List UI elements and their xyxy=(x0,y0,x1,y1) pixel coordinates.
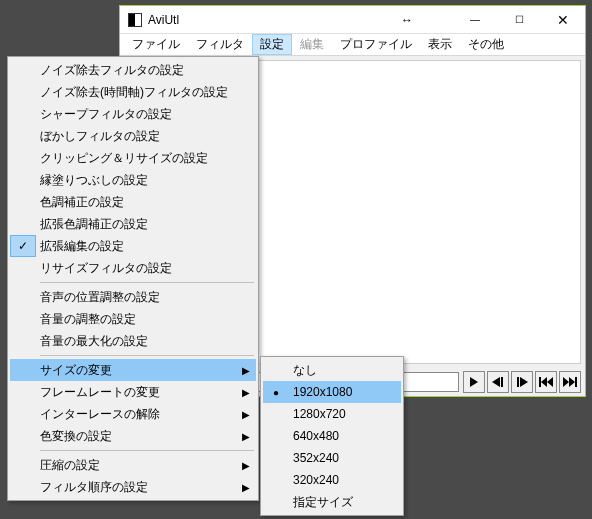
dropdown-item-label: 音量の調整の設定 xyxy=(40,311,136,328)
dropdown-item-label: 色調補正の設定 xyxy=(40,194,124,211)
jump-start-button[interactable] xyxy=(535,371,557,393)
jump-end-button[interactable] xyxy=(559,371,581,393)
dropdown-item-8[interactable]: ✓拡張編集の設定 xyxy=(10,235,256,257)
menu-4[interactable]: プロファイル xyxy=(332,34,420,55)
submenu-item-0[interactable]: なし xyxy=(263,359,401,381)
submenu-item-2[interactable]: 1280x720 xyxy=(263,403,401,425)
submenu-item-label: 352x240 xyxy=(293,451,339,465)
submenu-item-3[interactable]: 640x480 xyxy=(263,425,401,447)
dropdown-item-18[interactable]: 色変換の設定▶ xyxy=(10,425,256,447)
svg-rect-10 xyxy=(575,377,577,387)
dropdown-item-label: ノイズ除去フィルタの設定 xyxy=(40,62,184,79)
svg-rect-3 xyxy=(517,377,519,387)
menu-5[interactable]: 表示 xyxy=(420,34,460,55)
dropdown-item-1[interactable]: ノイズ除去(時間軸)フィルタの設定 xyxy=(10,81,256,103)
menubar: ファイルフィルタ設定編集プロファイル表示その他 xyxy=(120,34,585,56)
svg-marker-7 xyxy=(547,377,553,387)
svg-marker-8 xyxy=(563,377,569,387)
resize-arrow-icon: ↔ xyxy=(401,13,413,27)
step-back-button[interactable] xyxy=(487,371,509,393)
window-controls: — ☐ ✕ xyxy=(453,6,585,33)
dropdown-item-9[interactable]: リサイズフィルタの設定 xyxy=(10,257,256,279)
svg-rect-5 xyxy=(539,377,541,387)
dropdown-item-label: ノイズ除去(時間軸)フィルタの設定 xyxy=(40,84,228,101)
dropdown-item-label: リサイズフィルタの設定 xyxy=(40,260,172,277)
dropdown-item-label: 拡張編集の設定 xyxy=(40,238,124,255)
svg-marker-1 xyxy=(492,377,500,387)
menu-separator xyxy=(40,355,254,356)
dropdown-item-11[interactable]: 音声の位置調整の設定 xyxy=(10,286,256,308)
submenu-item-4[interactable]: 352x240 xyxy=(263,447,401,469)
submenu-item-label: 1920x1080 xyxy=(293,385,352,399)
menu-1[interactable]: フィルタ xyxy=(188,34,252,55)
settings-dropdown: ノイズ除去フィルタの設定ノイズ除去(時間軸)フィルタの設定シャープフィルタの設定… xyxy=(7,56,259,501)
svg-rect-2 xyxy=(501,377,503,387)
dropdown-item-label: 音声の位置調整の設定 xyxy=(40,289,160,306)
dropdown-item-label: 音量の最大化の設定 xyxy=(40,333,148,350)
submenu-item-label: 320x240 xyxy=(293,473,339,487)
submenu-item-6[interactable]: 指定サイズ xyxy=(263,491,401,513)
dropdown-item-17[interactable]: インターレースの解除▶ xyxy=(10,403,256,425)
dropdown-item-label: フィルタ順序の設定 xyxy=(40,479,148,496)
submenu-item-1[interactable]: ●1920x1080 xyxy=(263,381,401,403)
app-icon xyxy=(128,13,142,27)
svg-marker-0 xyxy=(470,377,478,387)
close-button[interactable]: ✕ xyxy=(541,6,585,33)
dropdown-item-7[interactable]: 拡張色調補正の設定 xyxy=(10,213,256,235)
dropdown-item-label: ぼかしフィルタの設定 xyxy=(40,128,160,145)
submenu-item-label: 640x480 xyxy=(293,429,339,443)
dropdown-item-5[interactable]: 縁塗りつぶしの設定 xyxy=(10,169,256,191)
play-button[interactable] xyxy=(463,371,485,393)
submenu-arrow-icon: ▶ xyxy=(242,460,250,471)
dropdown-item-label: 拡張色調補正の設定 xyxy=(40,216,148,233)
playback-controls xyxy=(463,371,581,393)
svg-marker-4 xyxy=(520,377,528,387)
submenu-item-label: 指定サイズ xyxy=(293,494,353,511)
dropdown-item-label: 縁塗りつぶしの設定 xyxy=(40,172,148,189)
dropdown-item-21[interactable]: フィルタ順序の設定▶ xyxy=(10,476,256,498)
submenu-arrow-icon: ▶ xyxy=(242,387,250,398)
dropdown-item-12[interactable]: 音量の調整の設定 xyxy=(10,308,256,330)
dropdown-item-label: クリッピング＆リサイズの設定 xyxy=(40,150,208,167)
submenu-item-label: なし xyxy=(293,362,317,379)
dropdown-item-16[interactable]: フレームレートの変更▶ xyxy=(10,381,256,403)
submenu-arrow-icon: ▶ xyxy=(242,482,250,493)
dropdown-item-6[interactable]: 色調補正の設定 xyxy=(10,191,256,213)
menu-0[interactable]: ファイル xyxy=(124,34,188,55)
step-forward-button[interactable] xyxy=(511,371,533,393)
minimize-button[interactable]: — xyxy=(453,6,497,33)
dropdown-item-15[interactable]: サイズの変更▶ xyxy=(10,359,256,381)
radio-bullet-icon: ● xyxy=(263,381,289,403)
svg-marker-6 xyxy=(541,377,547,387)
menu-3[interactable]: 編集 xyxy=(292,34,332,55)
dropdown-item-label: 圧縮の設定 xyxy=(40,457,100,474)
submenu-arrow-icon: ▶ xyxy=(242,409,250,420)
svg-marker-9 xyxy=(569,377,575,387)
submenu-item-label: 1280x720 xyxy=(293,407,346,421)
dropdown-item-label: シャープフィルタの設定 xyxy=(40,106,172,123)
window-title: AviUtl xyxy=(148,13,179,27)
menu-separator xyxy=(40,282,254,283)
dropdown-item-label: インターレースの解除 xyxy=(40,406,160,423)
size-submenu: なし●1920x10801280x720640x480352x240320x24… xyxy=(260,356,404,516)
submenu-arrow-icon: ▶ xyxy=(242,365,250,376)
maximize-button[interactable]: ☐ xyxy=(497,6,541,33)
menu-2[interactable]: 設定 xyxy=(252,34,292,55)
dropdown-item-3[interactable]: ぼかしフィルタの設定 xyxy=(10,125,256,147)
dropdown-item-0[interactable]: ノイズ除去フィルタの設定 xyxy=(10,59,256,81)
titlebar[interactable]: AviUtl ↔ — ☐ ✕ xyxy=(120,6,585,34)
dropdown-item-label: フレームレートの変更 xyxy=(40,384,160,401)
dropdown-item-20[interactable]: 圧縮の設定▶ xyxy=(10,454,256,476)
dropdown-item-13[interactable]: 音量の最大化の設定 xyxy=(10,330,256,352)
submenu-item-5[interactable]: 320x240 xyxy=(263,469,401,491)
check-icon: ✓ xyxy=(10,235,36,257)
menu-6[interactable]: その他 xyxy=(460,34,512,55)
dropdown-item-4[interactable]: クリッピング＆リサイズの設定 xyxy=(10,147,256,169)
dropdown-item-2[interactable]: シャープフィルタの設定 xyxy=(10,103,256,125)
submenu-arrow-icon: ▶ xyxy=(242,431,250,442)
dropdown-item-label: サイズの変更 xyxy=(40,362,112,379)
menu-separator xyxy=(40,450,254,451)
dropdown-item-label: 色変換の設定 xyxy=(40,428,112,445)
